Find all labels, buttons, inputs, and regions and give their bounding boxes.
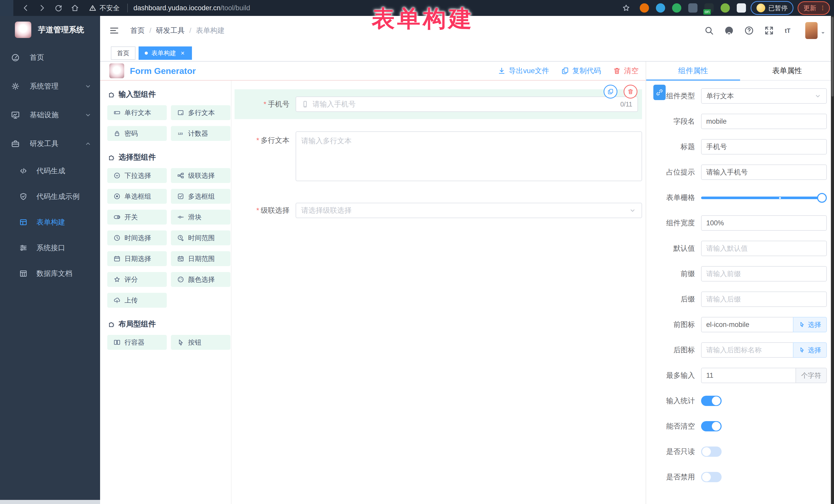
default-value-input[interactable] bbox=[706, 241, 822, 256]
breadcrumb-home[interactable]: 首页 bbox=[130, 26, 145, 36]
palette-item-counter[interactable]: 123计数器 bbox=[171, 126, 231, 141]
extension-icon[interactable]: on bbox=[704, 3, 714, 13]
clearable-toggle[interactable] bbox=[701, 421, 722, 431]
clear-button[interactable]: 清空 bbox=[613, 66, 638, 76]
extensions-puzzle-icon[interactable] bbox=[737, 3, 746, 13]
extension-icon[interactable] bbox=[721, 3, 730, 13]
extension-icon[interactable] bbox=[672, 3, 681, 13]
slider-handle[interactable] bbox=[817, 193, 827, 203]
tab-component-props[interactable]: 组件属性 bbox=[646, 62, 740, 80]
palette-item-radio-group[interactable]: 单选框组 bbox=[107, 189, 167, 204]
tab-home[interactable]: 首页 bbox=[111, 46, 135, 60]
user-avatar[interactable] bbox=[805, 22, 817, 39]
sidebar-item-devtools[interactable]: 研发工具 bbox=[0, 129, 100, 158]
sidebar-logo-row[interactable]: 芋道管理系统 bbox=[0, 16, 100, 43]
suffix-input[interactable] bbox=[706, 292, 822, 306]
palette-item-color[interactable]: 颜色选择 bbox=[171, 272, 231, 287]
forward-icon[interactable] bbox=[38, 4, 46, 12]
page-scrollbar[interactable] bbox=[831, 16, 834, 504]
mobile-input[interactable]: 请输入手机号 0/11 bbox=[295, 96, 638, 112]
multiline-textarea[interactable]: 请输入多行文本 bbox=[295, 131, 642, 181]
caret-down-icon[interactable] bbox=[820, 29, 826, 36]
suffix-icon-input[interactable] bbox=[706, 343, 788, 357]
annotation-title: 表单构建 bbox=[372, 3, 474, 35]
scrollbar-thumb[interactable] bbox=[831, 17, 833, 96]
export-vue-button[interactable]: 导出vue文件 bbox=[498, 66, 549, 76]
tab-label: 表单构建 bbox=[151, 49, 176, 57]
prefix-input[interactable] bbox=[706, 267, 822, 281]
security-chip[interactable]: 不安全 bbox=[89, 4, 119, 13]
sidebar-item-home[interactable]: 首页 bbox=[0, 43, 100, 72]
sidebar-item-codegen-demo[interactable]: 代码生成示例 bbox=[0, 184, 100, 210]
tab-form-build[interactable]: 表单构建 bbox=[138, 46, 192, 60]
close-icon[interactable] bbox=[180, 50, 186, 56]
field-name-input[interactable] bbox=[706, 114, 822, 129]
sidebar-item-infra[interactable]: 基础设施 bbox=[0, 101, 100, 129]
form-grid-slider[interactable] bbox=[701, 190, 827, 205]
canvas-field-mobile[interactable]: *手机号 请输入手机号 0/11 bbox=[235, 89, 642, 119]
profile-paused-badge[interactable]: 已暂停 bbox=[751, 1, 793, 15]
kebab-menu-icon[interactable] bbox=[819, 5, 826, 11]
palette-item-upload[interactable]: 上传 bbox=[107, 293, 167, 308]
help-icon[interactable] bbox=[744, 25, 754, 36]
palette-item-password[interactable]: 密码 bbox=[107, 126, 167, 141]
palette-item-slider[interactable]: 滑块 bbox=[171, 210, 231, 224]
placeholder-input[interactable] bbox=[706, 165, 822, 179]
copy-code-button[interactable]: 复制代码 bbox=[561, 66, 601, 76]
search-icon[interactable] bbox=[704, 25, 714, 36]
word-limit-toggle[interactable] bbox=[701, 396, 722, 406]
palette-item-time[interactable]: 时间选择 bbox=[107, 231, 167, 245]
palette-item-date[interactable]: 日期选择 bbox=[107, 251, 167, 266]
sidebar-item-system[interactable]: 系统管理 bbox=[0, 72, 100, 101]
suffix-icon-choose-button[interactable]: 选择 bbox=[793, 342, 827, 358]
breadcrumb-devtools[interactable]: 研发工具 bbox=[156, 26, 185, 36]
hamburger-icon[interactable] bbox=[109, 25, 119, 36]
panel-link-handle[interactable] bbox=[653, 85, 666, 100]
font-size-icon[interactable]: tT bbox=[784, 25, 794, 36]
palette-item-date-range[interactable]: 日期范围 bbox=[171, 251, 231, 266]
delete-field-button[interactable] bbox=[623, 85, 637, 98]
prefix-icon-input[interactable] bbox=[706, 317, 788, 332]
title-input[interactable] bbox=[706, 139, 822, 154]
sidebar-item-codegen[interactable]: 代码生成 bbox=[0, 158, 100, 184]
prop-row-word-limit: 输入统计 bbox=[646, 393, 827, 409]
palette-item-cascader[interactable]: 级联选择 bbox=[171, 168, 231, 183]
slider-icon bbox=[177, 214, 184, 221]
fullscreen-icon[interactable] bbox=[764, 25, 774, 36]
duplicate-field-button[interactable] bbox=[603, 85, 617, 98]
palette-item-textarea[interactable]: 多行文本 bbox=[171, 105, 231, 120]
palette-item-select[interactable]: 下拉选择 bbox=[107, 168, 167, 183]
readonly-toggle[interactable] bbox=[701, 446, 722, 457]
max-length-input[interactable] bbox=[706, 368, 791, 382]
canvas-field-textarea[interactable]: *多行文本 请输入多行文本 bbox=[235, 131, 642, 181]
browser-update-button[interactable]: 更新 bbox=[797, 1, 830, 15]
palette-item-single-line[interactable]: 单行文本 bbox=[107, 105, 167, 120]
palette-item-switch[interactable]: 开关 bbox=[107, 210, 167, 224]
sidebar-item-api[interactable]: 系统接口 bbox=[0, 235, 100, 261]
puzzle-icon bbox=[108, 153, 115, 161]
palette-item-button[interactable]: 按钮 bbox=[171, 335, 231, 350]
reload-icon[interactable] bbox=[54, 4, 63, 12]
disabled-toggle[interactable] bbox=[701, 472, 722, 482]
tab-form-props[interactable]: 表单属性 bbox=[740, 62, 834, 80]
palette-item-checkbox-group[interactable]: 多选框组 bbox=[171, 189, 231, 204]
palette-item-row-container[interactable]: 行容器 bbox=[107, 335, 167, 350]
bookmark-star-icon[interactable] bbox=[622, 4, 631, 12]
palette-item-rate[interactable]: 评分 bbox=[107, 272, 167, 287]
component-type-select[interactable]: 单行文本 bbox=[701, 88, 827, 104]
extension-icon[interactable] bbox=[688, 3, 698, 13]
extension-icon[interactable] bbox=[640, 3, 649, 13]
canvas-field-cascader[interactable]: *级联选择 请选择级联选择 bbox=[235, 203, 642, 218]
prop-row-disabled: 是否禁用 bbox=[646, 469, 827, 485]
extension-icon[interactable] bbox=[656, 3, 665, 13]
back-icon[interactable] bbox=[21, 4, 30, 12]
palette-item-time-range[interactable]: 时间范围 bbox=[171, 231, 231, 245]
home-icon[interactable] bbox=[70, 4, 79, 12]
toolbar-divider bbox=[127, 4, 128, 12]
github-icon[interactable] bbox=[724, 25, 734, 36]
width-input[interactable] bbox=[706, 216, 822, 230]
sidebar-item-form-build[interactable]: 表单构建 bbox=[0, 210, 100, 235]
cascader-select[interactable]: 请选择级联选择 bbox=[295, 203, 642, 218]
sidebar-item-db-doc[interactable]: 数据库文档 bbox=[0, 261, 100, 286]
prefix-icon-choose-button[interactable]: 选择 bbox=[793, 317, 827, 332]
